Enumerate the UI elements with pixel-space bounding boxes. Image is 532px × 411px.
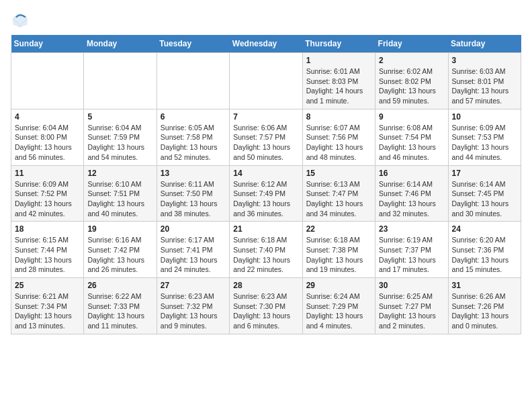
page-header <box>11 11 521 30</box>
day-detail: Sunrise: 6:02 AM Sunset: 8:02 PM Dayligh… <box>379 66 444 106</box>
calendar-cell: 12Sunrise: 6:10 AM Sunset: 7:51 PM Dayli… <box>84 165 157 222</box>
weekday-header-wednesday: Wednesday <box>230 35 302 53</box>
calendar-cell: 11Sunrise: 6:09 AM Sunset: 7:52 PM Dayli… <box>11 165 84 222</box>
weekday-header-saturday: Saturday <box>448 35 521 53</box>
calendar-cell: 21Sunrise: 6:18 AM Sunset: 7:40 PM Dayli… <box>230 222 302 278</box>
day-number: 7 <box>233 112 298 122</box>
day-detail: Sunrise: 6:11 AM Sunset: 7:50 PM Dayligh… <box>161 179 226 219</box>
day-detail: Sunrise: 6:05 AM Sunset: 7:58 PM Dayligh… <box>161 123 226 163</box>
day-detail: Sunrise: 6:22 AM Sunset: 7:33 PM Dayligh… <box>87 291 152 331</box>
day-detail: Sunrise: 6:19 AM Sunset: 7:37 PM Dayligh… <box>379 235 444 275</box>
day-detail: Sunrise: 6:24 AM Sunset: 7:29 PM Dayligh… <box>306 291 371 331</box>
weekday-header-friday: Friday <box>375 35 448 53</box>
day-number: 28 <box>233 281 298 290</box>
calendar-cell: 9Sunrise: 6:08 AM Sunset: 7:54 PM Daylig… <box>375 109 448 165</box>
day-detail: Sunrise: 6:13 AM Sunset: 7:47 PM Dayligh… <box>306 179 371 219</box>
day-number: 23 <box>379 224 444 234</box>
day-number: 20 <box>161 224 226 234</box>
day-number: 22 <box>306 224 371 234</box>
day-number: 11 <box>15 169 80 178</box>
weekday-header-thursday: Thursday <box>302 35 375 53</box>
calendar-cell: 13Sunrise: 6:11 AM Sunset: 7:50 PM Dayli… <box>157 165 229 222</box>
day-detail: Sunrise: 6:18 AM Sunset: 7:40 PM Dayligh… <box>233 235 298 275</box>
calendar-cell: 24Sunrise: 6:20 AM Sunset: 7:36 PM Dayli… <box>448 222 521 278</box>
calendar-cell: 7Sunrise: 6:06 AM Sunset: 7:57 PM Daylig… <box>230 109 302 165</box>
day-detail: Sunrise: 6:09 AM Sunset: 7:53 PM Dayligh… <box>452 123 517 163</box>
day-detail: Sunrise: 6:04 AM Sunset: 8:00 PM Dayligh… <box>15 123 80 163</box>
calendar-table: SundayMondayTuesdayWednesdayThursdayFrid… <box>11 35 521 334</box>
day-detail: Sunrise: 6:26 AM Sunset: 7:26 PM Dayligh… <box>452 291 517 331</box>
calendar-cell: 27Sunrise: 6:23 AM Sunset: 7:32 PM Dayli… <box>157 278 229 334</box>
calendar-cell: 29Sunrise: 6:24 AM Sunset: 7:29 PM Dayli… <box>302 278 375 334</box>
calendar-cell: 3Sunrise: 6:03 AM Sunset: 8:01 PM Daylig… <box>448 53 521 109</box>
day-detail: Sunrise: 6:23 AM Sunset: 7:30 PM Dayligh… <box>233 291 298 331</box>
day-number: 15 <box>306 169 371 178</box>
weekday-header-tuesday: Tuesday <box>157 35 229 53</box>
calendar-cell: 10Sunrise: 6:09 AM Sunset: 7:53 PM Dayli… <box>448 109 521 165</box>
day-number: 16 <box>379 169 444 178</box>
day-number: 1 <box>306 56 371 65</box>
day-detail: Sunrise: 6:23 AM Sunset: 7:32 PM Dayligh… <box>161 291 226 331</box>
calendar-cell <box>84 53 157 109</box>
day-number: 18 <box>15 224 80 234</box>
weekday-header-sunday: Sunday <box>11 35 84 53</box>
calendar-cell <box>230 53 302 109</box>
day-detail: Sunrise: 6:03 AM Sunset: 8:01 PM Dayligh… <box>452 66 517 106</box>
day-detail: Sunrise: 6:20 AM Sunset: 7:36 PM Dayligh… <box>452 235 517 275</box>
day-detail: Sunrise: 6:04 AM Sunset: 7:59 PM Dayligh… <box>87 123 152 163</box>
day-number: 5 <box>87 112 152 122</box>
day-number: 2 <box>379 56 444 65</box>
day-detail: Sunrise: 6:10 AM Sunset: 7:51 PM Dayligh… <box>87 179 152 219</box>
day-detail: Sunrise: 6:21 AM Sunset: 7:34 PM Dayligh… <box>15 291 80 331</box>
day-number: 8 <box>306 112 371 122</box>
day-detail: Sunrise: 6:06 AM Sunset: 7:57 PM Dayligh… <box>233 123 298 163</box>
day-number: 13 <box>161 169 226 178</box>
calendar-cell: 6Sunrise: 6:05 AM Sunset: 7:58 PM Daylig… <box>157 109 229 165</box>
calendar-cell: 2Sunrise: 6:02 AM Sunset: 8:02 PM Daylig… <box>375 53 448 109</box>
day-number: 10 <box>452 112 517 122</box>
day-number: 29 <box>306 281 371 290</box>
day-number: 6 <box>161 112 226 122</box>
day-number: 26 <box>87 281 152 290</box>
calendar-cell: 23Sunrise: 6:19 AM Sunset: 7:37 PM Dayli… <box>375 222 448 278</box>
day-detail: Sunrise: 6:16 AM Sunset: 7:42 PM Dayligh… <box>87 235 152 275</box>
logo-icon <box>11 11 30 30</box>
day-number: 9 <box>379 112 444 122</box>
day-number: 21 <box>233 224 298 234</box>
calendar-cell: 19Sunrise: 6:16 AM Sunset: 7:42 PM Dayli… <box>84 222 157 278</box>
day-number: 4 <box>15 112 80 122</box>
day-number: 27 <box>161 281 226 290</box>
day-number: 19 <box>87 224 152 234</box>
day-detail: Sunrise: 6:18 AM Sunset: 7:38 PM Dayligh… <box>306 235 371 275</box>
day-number: 12 <box>87 169 152 178</box>
calendar-cell: 20Sunrise: 6:17 AM Sunset: 7:41 PM Dayli… <box>157 222 229 278</box>
calendar-cell: 25Sunrise: 6:21 AM Sunset: 7:34 PM Dayli… <box>11 278 84 334</box>
calendar-cell: 1Sunrise: 6:01 AM Sunset: 8:03 PM Daylig… <box>302 53 375 109</box>
calendar-cell: 15Sunrise: 6:13 AM Sunset: 7:47 PM Dayli… <box>302 165 375 222</box>
day-detail: Sunrise: 6:25 AM Sunset: 7:27 PM Dayligh… <box>379 291 444 331</box>
calendar-cell: 31Sunrise: 6:26 AM Sunset: 7:26 PM Dayli… <box>448 278 521 334</box>
day-detail: Sunrise: 6:12 AM Sunset: 7:49 PM Dayligh… <box>233 179 298 219</box>
calendar-cell: 4Sunrise: 6:04 AM Sunset: 8:00 PM Daylig… <box>11 109 84 165</box>
calendar-cell: 26Sunrise: 6:22 AM Sunset: 7:33 PM Dayli… <box>84 278 157 334</box>
day-number: 14 <box>233 169 298 178</box>
day-detail: Sunrise: 6:07 AM Sunset: 7:56 PM Dayligh… <box>306 123 371 163</box>
calendar-cell: 16Sunrise: 6:14 AM Sunset: 7:46 PM Dayli… <box>375 165 448 222</box>
day-detail: Sunrise: 6:14 AM Sunset: 7:45 PM Dayligh… <box>452 179 517 219</box>
calendar-cell: 22Sunrise: 6:18 AM Sunset: 7:38 PM Dayli… <box>302 222 375 278</box>
day-number: 17 <box>452 169 517 178</box>
calendar-cell: 28Sunrise: 6:23 AM Sunset: 7:30 PM Dayli… <box>230 278 302 334</box>
calendar-cell <box>11 53 84 109</box>
logo <box>11 11 32 30</box>
day-detail: Sunrise: 6:15 AM Sunset: 7:44 PM Dayligh… <box>15 235 80 275</box>
weekday-header-monday: Monday <box>84 35 157 53</box>
day-detail: Sunrise: 6:17 AM Sunset: 7:41 PM Dayligh… <box>161 235 226 275</box>
calendar-cell <box>157 53 229 109</box>
calendar-cell: 5Sunrise: 6:04 AM Sunset: 7:59 PM Daylig… <box>84 109 157 165</box>
calendar-cell: 18Sunrise: 6:15 AM Sunset: 7:44 PM Dayli… <box>11 222 84 278</box>
day-number: 3 <box>452 56 517 65</box>
day-detail: Sunrise: 6:08 AM Sunset: 7:54 PM Dayligh… <box>379 123 444 163</box>
calendar-cell: 17Sunrise: 6:14 AM Sunset: 7:45 PM Dayli… <box>448 165 521 222</box>
day-detail: Sunrise: 6:01 AM Sunset: 8:03 PM Dayligh… <box>306 66 371 106</box>
day-detail: Sunrise: 6:14 AM Sunset: 7:46 PM Dayligh… <box>379 179 444 219</box>
